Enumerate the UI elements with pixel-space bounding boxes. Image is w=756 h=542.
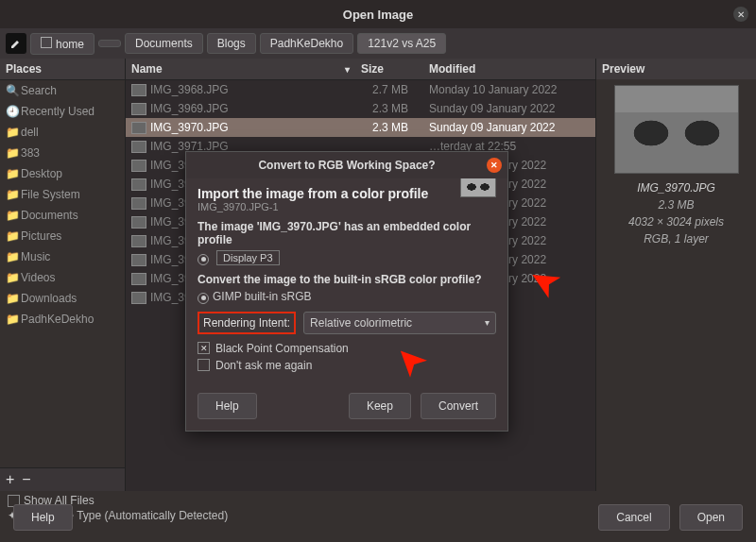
place-item[interactable]: 📁Desktop (0, 163, 125, 184)
preview-mode: RGB, 1 layer (602, 230, 750, 247)
edit-path-icon[interactable] (6, 33, 26, 54)
convert-question-text: Convert the image to the built-in sRGB c… (198, 273, 496, 286)
preview-thumbnail (614, 85, 739, 174)
dont-ask-again-check[interactable]: Don't ask me again (198, 359, 496, 372)
dialog-close-icon[interactable]: ✕ (487, 158, 502, 173)
convert-rgb-dialog: Convert to RGB Working Space? ✕ Import t… (185, 151, 508, 432)
file-thumb-icon (131, 178, 146, 191)
place-item[interactable]: 🔍Search (0, 80, 125, 101)
column-headers: Name▾ Size Modified (126, 59, 595, 80)
breadcrumb-padhkedekho[interactable]: PadhKeDekho (260, 33, 353, 54)
folder-icon: 📁 (6, 209, 17, 222)
dialog-subheading: IMG_3970.JPG-1 (198, 201, 496, 212)
breadcrumb-user[interactable] (98, 40, 121, 47)
place-label: Downloads (21, 292, 77, 305)
file-name: IMG_3970.JPG (150, 121, 229, 134)
place-label: File System (21, 188, 80, 201)
breadcrumb-blogs[interactable]: Blogs (207, 33, 256, 54)
place-item[interactable]: 📁Documents (0, 205, 125, 226)
breadcrumb-documents[interactable]: Documents (125, 33, 203, 54)
preview-filename: IMG_3970.JPG (602, 179, 750, 196)
chevron-down-icon: ▾ (485, 317, 490, 328)
place-label: Recently Used (21, 105, 94, 118)
file-thumb-icon (131, 122, 146, 134)
titlebar: Open Image ✕ (0, 0, 756, 28)
place-item[interactable]: 📁Videos (0, 267, 125, 288)
dialog-titlebar: Convert to RGB Working Space? ✕ (186, 152, 507, 178)
rendering-intent-label: Rendering Intent: (198, 312, 296, 334)
file-thumb-icon (131, 235, 146, 247)
remove-bookmark-icon[interactable]: − (22, 471, 30, 488)
place-label: Desktop (21, 167, 62, 180)
file-modified: Sunday 09 January 2022 (429, 121, 590, 134)
place-item[interactable]: 📁383 (0, 143, 125, 163)
window-title: Open Image (0, 8, 756, 22)
place-label: PadhKeDekho (21, 313, 94, 326)
file-size: 2.7 MB (372, 83, 429, 96)
place-item[interactable]: 📁Downloads (0, 288, 125, 309)
breadcrumb-home[interactable]: home (30, 33, 94, 55)
keep-button[interactable]: Keep (349, 393, 411, 419)
add-bookmark-icon[interactable]: + (6, 471, 14, 488)
folder-icon: 📁 (6, 313, 17, 326)
place-label: Music (21, 250, 50, 263)
black-point-comp-check[interactable]: ✕Black Point Compensation (198, 342, 496, 355)
place-label: Search (21, 84, 57, 97)
file-thumb-icon (131, 160, 146, 172)
place-item[interactable]: 📁File System (0, 184, 125, 205)
file-thumb-icon (131, 292, 146, 304)
radio-icon (198, 293, 209, 304)
folder-icon: 📁 (6, 188, 17, 201)
path-toolbar: home Documents Blogs PadhKeDekho 121v2 v… (0, 28, 756, 59)
col-modified[interactable]: Modified (423, 59, 595, 79)
folder-icon: 📁 (6, 167, 17, 180)
dialog-help-button[interactable]: Help (198, 393, 257, 419)
folder-icon: 📁 (6, 229, 17, 243)
folder-icon: 🕘 (6, 105, 17, 118)
file-size: 2.3 MB (372, 102, 429, 115)
folder-icon: 📁 (6, 271, 17, 284)
preview-size: 2.3 MB (602, 196, 750, 213)
preview-header: Preview (596, 59, 756, 79)
file-name: IMG_3968.JPG (150, 83, 229, 96)
place-item[interactable]: 📁PadhKeDekho (0, 309, 125, 330)
embedded-profile-chip[interactable]: Display P3 (216, 250, 280, 265)
file-row[interactable]: IMG_3969.JPG2.3 MBSunday 09 January 2022 (126, 99, 595, 118)
place-label: Pictures (21, 229, 61, 243)
folder-icon: 🔍 (6, 84, 17, 97)
places-footer: + − (0, 467, 125, 491)
file-row[interactable]: IMG_3970.JPG2.3 MBSunday 09 January 2022 (126, 118, 595, 137)
place-item[interactable]: 📁Music (0, 246, 125, 267)
builtin-profile-label: GIMP built-in sRGB (213, 290, 311, 303)
places-panel: Places 🔍Search🕘Recently Used📁dell📁383📁De… (0, 59, 126, 491)
place-item[interactable]: 📁dell (0, 122, 125, 143)
place-label: Videos (21, 271, 55, 284)
file-name: IMG_3969.JPG (150, 102, 229, 115)
file-thumb-icon (131, 197, 146, 210)
file-thumb-icon (131, 216, 146, 229)
place-item[interactable]: 📁Pictures (0, 226, 125, 246)
places-header: Places (0, 59, 125, 80)
preview-dims: 4032 × 3024 pixels (602, 213, 750, 230)
col-name[interactable]: Name▾ (126, 59, 355, 79)
places-list: 🔍Search🕘Recently Used📁dell📁383📁Desktop📁F… (0, 80, 125, 467)
folder-icon: 📁 (6, 126, 17, 139)
file-row[interactable]: IMG_3968.JPG2.7 MBMonday 10 January 2022 (126, 80, 595, 99)
cancel-button[interactable]: Cancel (598, 504, 669, 531)
file-thumb-icon (131, 141, 146, 153)
radio-icon (198, 254, 209, 265)
convert-button[interactable]: Convert (421, 393, 496, 419)
file-size: 2.3 MB (372, 121, 429, 134)
close-icon[interactable]: ✕ (733, 7, 748, 22)
help-button[interactable]: Help (13, 504, 73, 531)
file-thumb-icon (131, 254, 146, 266)
col-size[interactable]: Size (355, 59, 423, 79)
place-item[interactable]: 🕘Recently Used (0, 101, 125, 122)
folder-icon: 📁 (6, 292, 17, 305)
builtin-profile-row: GIMP built-in sRGB (198, 290, 496, 304)
breadcrumb-current[interactable]: 121v2 vs A25 (357, 33, 446, 54)
rendering-intent-select[interactable]: Relative colorimetric ▾ (303, 312, 496, 334)
sort-chevron-icon: ▾ (345, 64, 350, 75)
dialog-heading: Import the image from a color profile (198, 186, 496, 201)
open-button[interactable]: Open (679, 504, 743, 531)
